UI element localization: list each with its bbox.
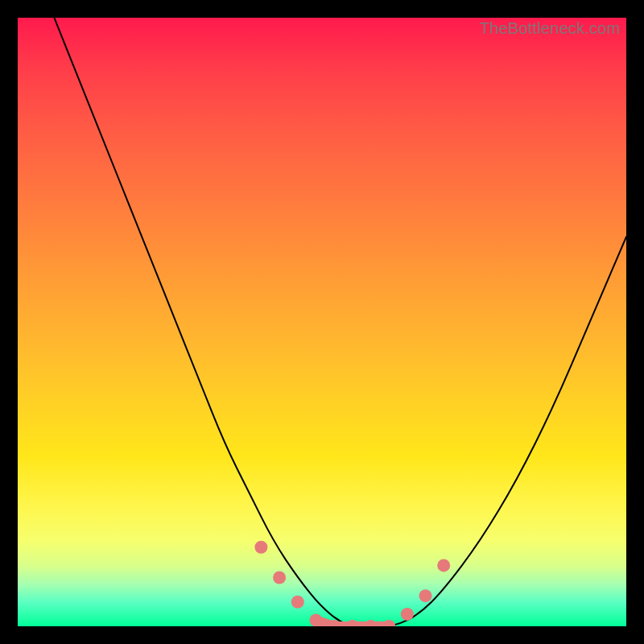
marker-dot xyxy=(401,608,414,621)
bottleneck-curve xyxy=(54,18,626,626)
plot-area: TheBottleneck.com xyxy=(18,18,626,626)
marker-dot xyxy=(437,559,450,572)
marker-dot xyxy=(291,596,304,609)
marker-dots-group xyxy=(254,541,450,626)
marker-dot xyxy=(273,572,286,584)
marker-dot xyxy=(382,620,395,626)
marker-dot xyxy=(346,620,359,626)
bottleneck-curve-svg xyxy=(18,18,626,626)
marker-dot xyxy=(364,620,377,626)
outer-frame: TheBottleneck.com xyxy=(0,0,644,644)
marker-dot xyxy=(419,589,432,602)
marker-dot xyxy=(309,613,322,626)
marker-dot xyxy=(254,541,267,554)
